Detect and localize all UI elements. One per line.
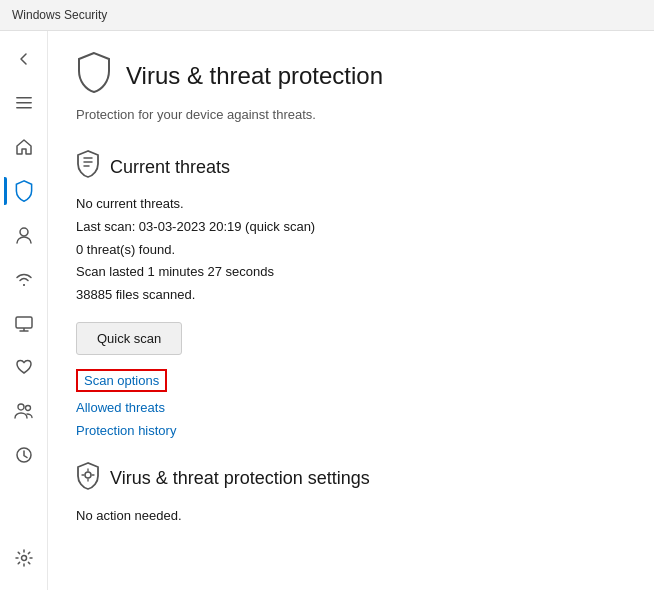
sidebar bbox=[0, 31, 48, 590]
section-header-threats: Current threats bbox=[76, 150, 626, 184]
scan-duration-text: Scan lasted 1 minutes 27 seconds bbox=[76, 262, 626, 283]
title-bar-label: Windows Security bbox=[12, 8, 107, 22]
settings-info-text: No action needed. bbox=[76, 506, 626, 527]
svg-rect-2 bbox=[16, 107, 32, 109]
threats-found-text: 0 threat(s) found. bbox=[76, 240, 626, 261]
sidebar-item-home[interactable] bbox=[4, 127, 44, 167]
section-title-threats: Current threats bbox=[110, 157, 230, 178]
section-title-settings: Virus & threat protection settings bbox=[110, 468, 370, 489]
sidebar-item-menu[interactable] bbox=[4, 83, 44, 123]
scan-options-link[interactable]: Scan options bbox=[76, 369, 167, 392]
settings-section-icon bbox=[76, 462, 100, 496]
quick-scan-button[interactable]: Quick scan bbox=[76, 322, 182, 355]
svg-point-5 bbox=[18, 404, 24, 410]
svg-rect-1 bbox=[16, 102, 32, 104]
allowed-threats-link[interactable]: Allowed threats bbox=[76, 400, 626, 415]
title-bar: Windows Security bbox=[0, 0, 654, 31]
current-threats-section: Current threats No current threats. Last… bbox=[76, 150, 626, 438]
page-header: Virus & threat protection bbox=[76, 51, 626, 101]
sidebar-item-device[interactable] bbox=[4, 303, 44, 343]
sidebar-item-settings[interactable] bbox=[4, 538, 44, 578]
settings-section: Virus & threat protection settings No ac… bbox=[76, 462, 626, 527]
sidebar-item-protection[interactable] bbox=[4, 171, 44, 211]
page-title: Virus & threat protection bbox=[126, 62, 383, 90]
app-layout: Virus & threat protection Protection for… bbox=[0, 31, 654, 590]
svg-point-8 bbox=[21, 556, 26, 561]
files-scanned-text: 38885 files scanned. bbox=[76, 285, 626, 306]
main-content: Virus & threat protection Protection for… bbox=[48, 31, 654, 590]
sidebar-item-history[interactable] bbox=[4, 435, 44, 475]
protection-history-link[interactable]: Protection history bbox=[76, 423, 626, 438]
svg-point-9 bbox=[85, 472, 91, 478]
svg-point-3 bbox=[20, 228, 28, 236]
svg-rect-4 bbox=[16, 317, 32, 328]
page-header-icon bbox=[76, 51, 112, 101]
last-scan-text: Last scan: 03-03-2023 20:19 (quick scan) bbox=[76, 217, 626, 238]
svg-rect-0 bbox=[16, 97, 32, 99]
page-subtitle: Protection for your device against threa… bbox=[76, 107, 626, 122]
no-threats-text: No current threats. bbox=[76, 194, 626, 215]
sidebar-item-network[interactable] bbox=[4, 259, 44, 299]
threats-section-icon bbox=[76, 150, 100, 184]
sidebar-item-account[interactable] bbox=[4, 215, 44, 255]
sidebar-item-health[interactable] bbox=[4, 347, 44, 387]
svg-point-6 bbox=[25, 406, 30, 411]
section-header-settings: Virus & threat protection settings bbox=[76, 462, 626, 496]
sidebar-item-back[interactable] bbox=[4, 39, 44, 79]
links-container: Scan options Allowed threats Protection … bbox=[76, 369, 626, 438]
sidebar-item-family[interactable] bbox=[4, 391, 44, 431]
